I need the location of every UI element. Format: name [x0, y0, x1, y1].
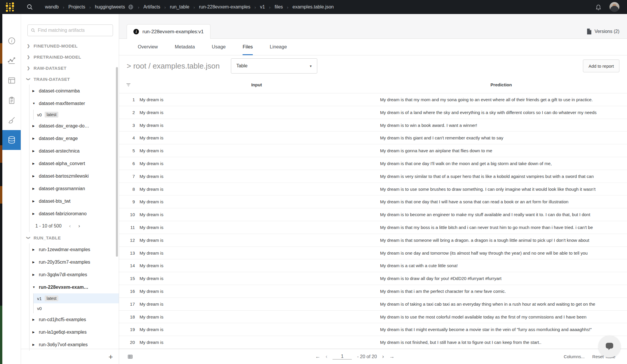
- input-cell[interactable]: My dream is: [138, 234, 375, 246]
- input-cell[interactable]: My dream is: [138, 221, 375, 234]
- table-row[interactable]: 17My dream isMy dream is of taking a tax…: [119, 298, 627, 311]
- breadcrumb-run-name[interactable]: run-228evxem-examples: [199, 4, 250, 10]
- prev-page-icon[interactable]: ‹: [326, 354, 328, 360]
- avatar[interactable]: [609, 2, 619, 12]
- chat-bubble-button[interactable]: [598, 335, 621, 358]
- tree-item-dataset[interactable]: ▶ dataset-alpha_convert: [32, 157, 119, 170]
- prediction-cell[interactable]: My dream is to use some brushes to draw …: [375, 183, 627, 195]
- page-number-input[interactable]: [333, 354, 352, 360]
- input-cell[interactable]: My dream is: [138, 106, 375, 119]
- input-cell[interactable]: My dream is: [138, 323, 375, 336]
- prev-page-icon[interactable]: ‹: [69, 223, 71, 229]
- tree-item-dataset[interactable]: ▶ dataset-coinmamba: [32, 85, 119, 97]
- tree-item-run[interactable]: ▶ run-la1ge6qt-examples: [32, 326, 119, 338]
- table-row[interactable]: 9My dream isMy dream is that one day tha…: [119, 195, 627, 208]
- input-cell[interactable]: My dream is: [138, 144, 375, 157]
- input-cell[interactable]: My dream is: [138, 132, 375, 144]
- tree-item-selected-run[interactable]: ▼ run-228evxem-exam…: [32, 281, 119, 293]
- tree-item-dataset[interactable]: ▶ dataset-dav_erage-do…: [32, 120, 119, 132]
- prediction-cell[interactable]: My dream is of a land where the sky and …: [375, 106, 627, 119]
- prediction-cell[interactable]: My dream is that my mom and my sona goin…: [375, 93, 627, 106]
- input-cell[interactable]: My dream is: [138, 93, 375, 106]
- tab-usage[interactable]: Usage: [212, 39, 226, 55]
- artifact-search[interactable]: [27, 24, 113, 36]
- breadcrumb-artifacts[interactable]: Artifacts: [143, 4, 160, 10]
- tree-item-dataset[interactable]: ▶ dataset-bts_twt: [32, 195, 119, 207]
- columns-button[interactable]: Columns...: [564, 354, 585, 359]
- overview-info-icon[interactable]: i: [2, 31, 21, 51]
- tab-files[interactable]: Files: [243, 39, 253, 55]
- prediction-cell[interactable]: My dream is very similar to that of a su…: [375, 170, 627, 183]
- filter-icon[interactable]: [119, 82, 138, 88]
- group-run-table[interactable]: ❯ RUN_TABLE: [27, 232, 119, 243]
- input-cell[interactable]: My dream is: [138, 157, 375, 170]
- path-text[interactable]: root / examples.table.json: [133, 62, 220, 70]
- input-cell[interactable]: My dream is: [138, 170, 375, 183]
- tree-item-run[interactable]: ▶ run-1zewdmar-examples: [32, 243, 119, 256]
- tree-item-dataset[interactable]: ▶ dataset-fabrizioromano: [32, 207, 119, 220]
- add-artifact-plus-icon[interactable]: +: [109, 353, 113, 360]
- tree-item-dataset[interactable]: ▼ dataset-maxfitemaster: [32, 97, 119, 110]
- table-row[interactable]: 16My dream isMy dream is that i am the p…: [119, 285, 627, 298]
- search-icon[interactable]: [26, 4, 33, 10]
- prediction-cell[interactable]: My dream is gonna have an airplane that …: [375, 144, 627, 157]
- input-cell[interactable]: My dream is: [138, 119, 375, 132]
- version-row-v0-latest[interactable]: v0 latest: [34, 110, 119, 120]
- panels-icon[interactable]: [2, 71, 21, 90]
- tree-item-dataset[interactable]: ▶ dataset-arstechnica: [32, 145, 119, 157]
- group-raw-dataset[interactable]: ❯ RAW-DATASET: [27, 62, 119, 74]
- prediction-cell[interactable]: My dream is that one day I'll walk on th…: [375, 157, 627, 170]
- artifacts-database-icon[interactable]: [2, 130, 21, 150]
- input-cell[interactable]: My dream is: [138, 247, 375, 259]
- table-row[interactable]: 15My dream isMy dream is to draw all day…: [119, 272, 627, 285]
- group-finetuned-model[interactable]: ❯ FINETUNED-MODEL: [27, 40, 119, 51]
- tree-item-dataset[interactable]: ▶ dataset-dav_erage: [32, 132, 119, 145]
- prediction-cell[interactable]: My dream is that someone will bring a dr…: [375, 234, 627, 246]
- table-row[interactable]: 20My dream isMy dream is not finished, b…: [119, 336, 627, 349]
- tree-item-run[interactable]: ▶ run-3gqlw7dl-examples: [32, 268, 119, 281]
- next-page-icon[interactable]: ›: [79, 223, 80, 229]
- breadcrumb-projects[interactable]: Projects: [68, 4, 85, 10]
- table-row[interactable]: 6My dream isMy dream is that one day I'l…: [119, 157, 627, 170]
- group-train-dataset[interactable]: ❯ TRAIN-DATASET: [27, 74, 119, 85]
- input-cell[interactable]: My dream is: [138, 183, 375, 195]
- breadcrumb-wandb[interactable]: wandb: [45, 4, 59, 10]
- breadcrumb-files[interactable]: files: [275, 4, 283, 10]
- tab-metadata[interactable]: Metadata: [175, 39, 195, 55]
- last-page-arrow-icon[interactable]: →: [389, 354, 394, 360]
- next-page-icon[interactable]: ›: [382, 354, 384, 360]
- prediction-cell[interactable]: My dream is to become an engineer to mak…: [375, 208, 627, 221]
- input-cell[interactable]: My dream is: [138, 259, 375, 272]
- input-cell[interactable]: My dream is: [138, 285, 375, 298]
- table-row[interactable]: 12My dream isMy dream is that someone wi…: [119, 234, 627, 247]
- charts-icon[interactable]: [2, 51, 21, 71]
- search-input[interactable]: [38, 28, 110, 33]
- sidebar-scrollbar[interactable]: [116, 67, 118, 257]
- artifact-tab[interactable]: i run-228evxem-examples:v1: [127, 24, 210, 39]
- table-row[interactable]: 3My dream isMy dream is to win a book aw…: [119, 119, 627, 132]
- prediction-cell[interactable]: My dream is one day and tomorrow (its al…: [375, 247, 627, 259]
- wandb-logo-icon[interactable]: [5, 2, 16, 12]
- column-header-prediction[interactable]: Prediction: [375, 82, 627, 87]
- bell-icon[interactable]: [595, 4, 602, 10]
- tree-item-run[interactable]: ▶ run-cd1jhcf5-examples: [32, 313, 119, 326]
- tree-item-run[interactable]: ▶ run-20y35cm7-examples: [32, 256, 119, 268]
- table-row[interactable]: 1My dream isMy dream is that my mom and …: [119, 93, 627, 106]
- table-row[interactable]: 10My dream isMy dream is to become an en…: [119, 208, 627, 221]
- input-cell[interactable]: My dream is: [138, 272, 375, 285]
- tab-lineage[interactable]: Lineage: [270, 39, 287, 55]
- input-cell[interactable]: My dream is: [138, 195, 375, 208]
- prediction-cell[interactable]: My dream is that I might eventually beco…: [375, 323, 627, 336]
- prediction-cell[interactable]: My dream is to win a book award. I want …: [375, 119, 627, 132]
- table-grid-icon[interactable]: [127, 354, 133, 360]
- column-header-input[interactable]: Input: [138, 82, 375, 87]
- table-row[interactable]: 8My dream isMy dream is to use some brus…: [119, 183, 627, 196]
- table-row[interactable]: 13My dream isMy dream is one day and tom…: [119, 247, 627, 260]
- version-row-v0[interactable]: v0: [34, 303, 119, 313]
- tree-item-dataset[interactable]: ▶ dataset-bartoszmilewski: [32, 170, 119, 182]
- first-page-arrow-icon[interactable]: ←: [315, 354, 321, 360]
- input-cell[interactable]: My dream is: [138, 208, 375, 221]
- prediction-cell[interactable]: My dream is to use the most colorful mod…: [375, 311, 627, 323]
- version-row-v1-selected[interactable]: v1 latest: [34, 293, 119, 303]
- prediction-cell[interactable]: My dream is that my boss is a little bit…: [375, 221, 627, 234]
